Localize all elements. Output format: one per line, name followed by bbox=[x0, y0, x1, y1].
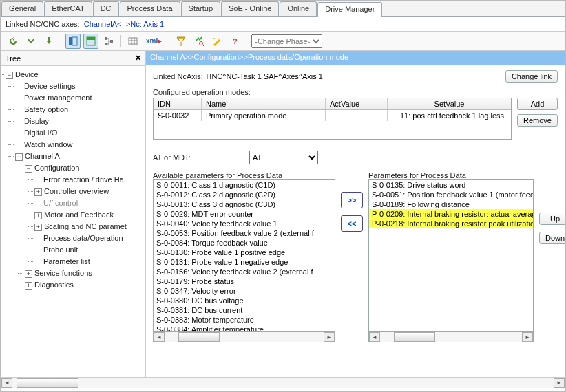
list-item[interactable]: S-0-0051: Position feedback value 1 (mot… bbox=[369, 190, 533, 199]
tree-item[interactable]: Controller overview bbox=[44, 187, 109, 195]
list-item[interactable]: P-0-0218: Internal braking resistor peak… bbox=[369, 219, 533, 228]
h-scrollbar[interactable]: ◄ ► bbox=[153, 332, 335, 342]
expand-icon[interactable]: − bbox=[25, 165, 32, 173]
tree-item[interactable]: Display bbox=[24, 117, 49, 125]
opmodes-th-name[interactable]: Name bbox=[202, 98, 326, 109]
tree-item[interactable]: Probe unit bbox=[43, 246, 78, 254]
tree-node-config[interactable]: Configuration bbox=[34, 164, 79, 172]
tree-item[interactable]: Scaling and NC paramet bbox=[44, 222, 127, 230]
scroll-right-icon[interactable]: ► bbox=[554, 378, 565, 388]
xml-icon[interactable]: xml▸ bbox=[143, 34, 165, 49]
expand-icon[interactable]: + bbox=[34, 224, 42, 231]
list-item[interactable]: S-0-0347: Velocity error bbox=[154, 286, 335, 296]
list-item[interactable]: S-0-0189: Following distance bbox=[369, 199, 533, 209]
tree-item[interactable]: Service functions bbox=[34, 269, 92, 277]
scroll-left-icon[interactable]: ◄ bbox=[369, 332, 380, 342]
tab-general[interactable]: General bbox=[1, 1, 43, 16]
layout-list-icon[interactable] bbox=[83, 34, 98, 49]
opmodes-th-set[interactable]: SetValue bbox=[388, 98, 511, 109]
add-param-button[interactable]: >> bbox=[341, 192, 363, 208]
remove-param-button[interactable]: << bbox=[341, 215, 363, 232]
list-item[interactable]: S-0-0384: Amplifier temperature bbox=[154, 325, 335, 332]
expand-icon[interactable]: + bbox=[34, 212, 42, 219]
tree-item[interactable]: Digital I/O bbox=[24, 129, 57, 137]
up-button[interactable]: Up bbox=[539, 213, 565, 225]
expand-icon[interactable]: − bbox=[15, 153, 23, 161]
expand-icon[interactable]: + bbox=[25, 270, 32, 278]
tree-item[interactable]: Diagnostics bbox=[34, 281, 74, 289]
tab-ethercat[interactable]: EtherCAT bbox=[44, 1, 92, 16]
tab-startup[interactable]: Startup bbox=[181, 1, 220, 16]
help-icon[interactable]: ? bbox=[227, 34, 242, 49]
tree-item[interactable]: Watch window bbox=[24, 140, 73, 149]
remove-button[interactable]: Remove bbox=[517, 114, 558, 127]
refresh-icon[interactable] bbox=[6, 34, 21, 49]
list-item[interactable]: S-0-0156: Velocity feedback value 2 (ext… bbox=[154, 267, 335, 276]
tree-item[interactable]: Parameter list bbox=[43, 257, 90, 265]
tree-icon[interactable] bbox=[101, 34, 116, 49]
list-item[interactable]: S-0-0084: Torque feedback value bbox=[154, 238, 335, 248]
atmdt-select[interactable]: AT MDT bbox=[249, 151, 318, 164]
tree-node-device[interactable]: Device bbox=[15, 70, 39, 78]
list-item[interactable]: S-0-0179: Probe status bbox=[154, 276, 335, 286]
list-item[interactable]: S-0-0381: DC bus current bbox=[154, 305, 335, 315]
filter-icon[interactable] bbox=[174, 34, 189, 49]
selected-list[interactable]: S-0-0135: Drive status wordS-0-0051: Pos… bbox=[368, 179, 534, 332]
table-icon[interactable] bbox=[125, 34, 140, 49]
download-icon[interactable] bbox=[41, 34, 56, 49]
list-item[interactable]: S-0-0130: Probe value 1 positive edge bbox=[154, 248, 335, 257]
list-item[interactable]: S-0-0040: Velocity feedback value 1 bbox=[154, 219, 335, 228]
window-h-scrollbar[interactable]: ◄ ► bbox=[1, 377, 565, 388]
available-list[interactable]: S-0-0011: Class 1 diagnostic (C1D)S-0-00… bbox=[153, 179, 335, 332]
list-item[interactable]: S-0-0053: Position feedback value 2 (ext… bbox=[154, 228, 335, 238]
close-icon[interactable]: ✕ bbox=[135, 54, 141, 63]
linked-label: Linked NC/CNC axes: bbox=[6, 20, 80, 28]
tree-item[interactable]: Error reaction / drive Ha bbox=[43, 175, 124, 184]
add-button[interactable]: Add bbox=[517, 98, 558, 110]
opmodes-th-act[interactable]: ActValue bbox=[326, 98, 388, 109]
expand-icon[interactable]: − bbox=[6, 72, 13, 79]
layout-split-icon[interactable] bbox=[65, 34, 81, 49]
table-row[interactable]: S-0-0032 Primary operation mode 11: pos … bbox=[154, 110, 511, 121]
phase-select[interactable]: -Change Phase- bbox=[251, 34, 322, 48]
scroll-right-icon[interactable]: ► bbox=[324, 332, 335, 342]
change-link-button[interactable]: Change link bbox=[505, 70, 558, 83]
tab-drive-manager[interactable]: Drive Manager bbox=[317, 2, 382, 17]
linked-axes-link[interactable]: ChannelA<=>Nc: Axis 1 bbox=[84, 20, 165, 28]
expand-icon[interactable]: + bbox=[25, 282, 32, 290]
list-item[interactable]: S-0-0383: Motor temperature bbox=[154, 315, 335, 325]
search-icon[interactable] bbox=[191, 34, 207, 49]
tree-node-channel[interactable]: Channel A bbox=[25, 152, 60, 160]
expand-icon[interactable]: + bbox=[34, 188, 42, 196]
svg-rect-6 bbox=[110, 40, 113, 43]
list-item[interactable]: S-0-0013: Class 3 diagnostic (C3D) bbox=[154, 199, 335, 209]
collapse-icon[interactable] bbox=[23, 34, 39, 49]
list-item[interactable]: S-0-0029: MDT error counter bbox=[154, 209, 335, 219]
tree-item[interactable]: U/f control bbox=[43, 199, 78, 207]
opmodes-th-idn[interactable]: IDN bbox=[154, 98, 202, 109]
list-item[interactable]: S-0-0012: Class 2 diagnostic (C2D) bbox=[154, 190, 335, 199]
list-item[interactable]: S-0-0131: Probe value 1 negative edge bbox=[154, 257, 335, 267]
list-item[interactable]: S-0-0135: Drive status word bbox=[369, 180, 533, 190]
tree-item[interactable]: Process data/Operation bbox=[43, 234, 123, 242]
h-scrollbar[interactable]: ◄ ► bbox=[368, 332, 534, 342]
list-item[interactable]: P-0-0209: Internal braking resistor: act… bbox=[369, 209, 533, 219]
tree-item[interactable]: Power management bbox=[24, 94, 92, 102]
scroll-left-icon[interactable]: ◄ bbox=[154, 332, 165, 342]
atmdt-label: AT or MDT: bbox=[153, 153, 242, 162]
separator bbox=[169, 35, 169, 47]
tab-online[interactable]: Online bbox=[280, 1, 317, 16]
tree-item[interactable]: Motor and Feedback bbox=[44, 210, 114, 219]
down-button[interactable]: Down bbox=[539, 232, 565, 244]
device-tree[interactable]: −Device Device settings Power management… bbox=[1, 66, 145, 377]
tree-item[interactable]: Safety option bbox=[24, 105, 68, 113]
scroll-right-icon[interactable]: ► bbox=[522, 332, 533, 342]
tab-process-data[interactable]: Process Data bbox=[120, 1, 180, 16]
wizard-icon[interactable] bbox=[209, 34, 224, 49]
list-item[interactable]: S-0-0011: Class 1 diagnostic (C1D) bbox=[154, 180, 335, 190]
tab-soe-online[interactable]: SoE - Online bbox=[221, 1, 279, 16]
scroll-left-icon[interactable]: ◄ bbox=[1, 378, 12, 388]
list-item[interactable]: S-0-0380: DC bus voltage bbox=[154, 296, 335, 305]
tab-dc[interactable]: DC bbox=[93, 1, 119, 16]
tree-item[interactable]: Device settings bbox=[24, 82, 76, 90]
